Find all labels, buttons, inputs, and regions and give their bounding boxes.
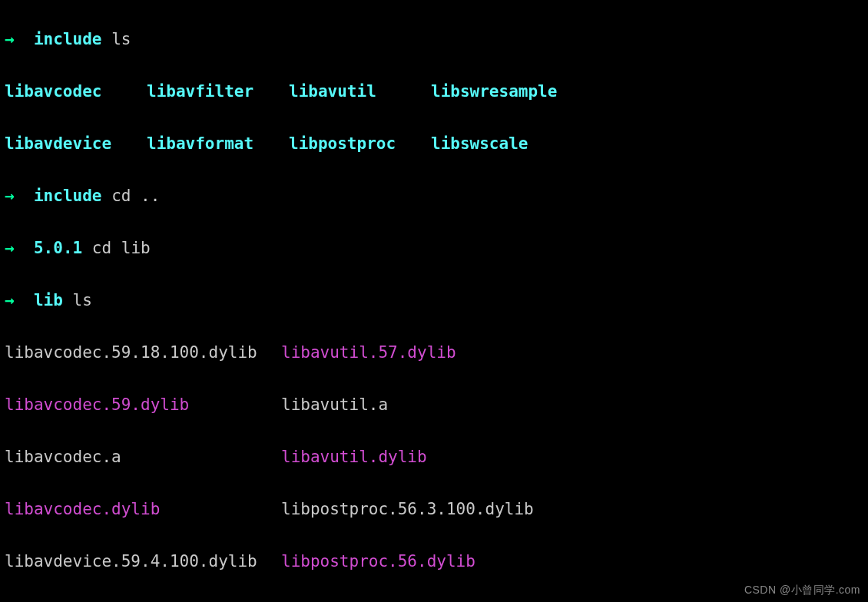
symlink-entry: libavcodec.59.dylib (5, 392, 281, 418)
symlink-entry: libavcodec.dylib (5, 496, 281, 522)
file-entry: libavutil.a (281, 395, 388, 414)
prompt-arrow-icon: → (5, 291, 15, 309)
file-entry: libpostproc.56.3.100.dylib (281, 500, 534, 518)
prompt-line: → include cd .. (5, 183, 863, 209)
ls-output-row: libavdevice.59.4.100.dyliblibpostproc.56… (5, 548, 863, 574)
directory-entry: libpostproc (289, 131, 431, 157)
watermark-text: CSDN @小曾同学.com (744, 584, 860, 597)
prompt-cwd: 5.0.1 (34, 239, 82, 257)
ls-output-row: libavcodec.dyliblibpostproc.56.3.100.dyl… (5, 496, 863, 522)
directory-entry: libavfilter (147, 78, 289, 104)
symlink-entry: libpostproc.56.dylib (281, 552, 475, 571)
symlink-entry: libavutil.57.dylib (281, 343, 456, 362)
prompt-cwd: lib (34, 291, 63, 309)
prompt-command: ls (111, 30, 131, 48)
ls-output-row: libavcodec.alibavutil.dylib (5, 444, 863, 470)
prompt-line: → include ls (5, 26, 863, 52)
directory-entry: libavdevice (5, 131, 147, 157)
ls-output-row: libavcodec.59.dyliblibavutil.a (5, 392, 863, 418)
directory-entry: libavcodec (5, 78, 147, 104)
prompt-command: ls (73, 291, 92, 309)
file-entry: libavdevice.59.4.100.dylib (5, 548, 281, 574)
file-entry: libavcodec.a (5, 444, 281, 470)
ls-output-row: libavcodec.59.18.100.dyliblibavutil.57.d… (5, 339, 863, 366)
prompt-cwd: include (34, 187, 102, 205)
prompt-arrow-icon: → (5, 30, 15, 48)
prompt-arrow-icon: → (5, 239, 15, 257)
directory-entry: libswscale (431, 131, 573, 157)
prompt-line: → 5.0.1 cd lib (5, 235, 863, 261)
file-entry: libavcodec.59.18.100.dylib (5, 339, 281, 366)
prompt-command: cd .. (111, 187, 160, 205)
ls-output-row: libavcodeclibavfilterlibavutillibswresam… (5, 78, 863, 104)
terminal-output[interactable]: → include ls libavcodeclibavfilterlibavu… (0, 0, 868, 602)
directory-entry: libavformat (147, 131, 289, 157)
directory-entry: libavutil (289, 78, 431, 104)
prompt-command: cd lib (92, 239, 151, 257)
prompt-arrow-icon: → (5, 187, 15, 205)
ls-output-row: libavdevicelibavformatlibpostproclibswsc… (5, 131, 863, 157)
directory-entry: libswresample (431, 78, 573, 104)
prompt-cwd: include (34, 30, 102, 48)
prompt-line: → lib ls (5, 287, 863, 313)
symlink-entry: libavutil.dylib (281, 448, 427, 466)
